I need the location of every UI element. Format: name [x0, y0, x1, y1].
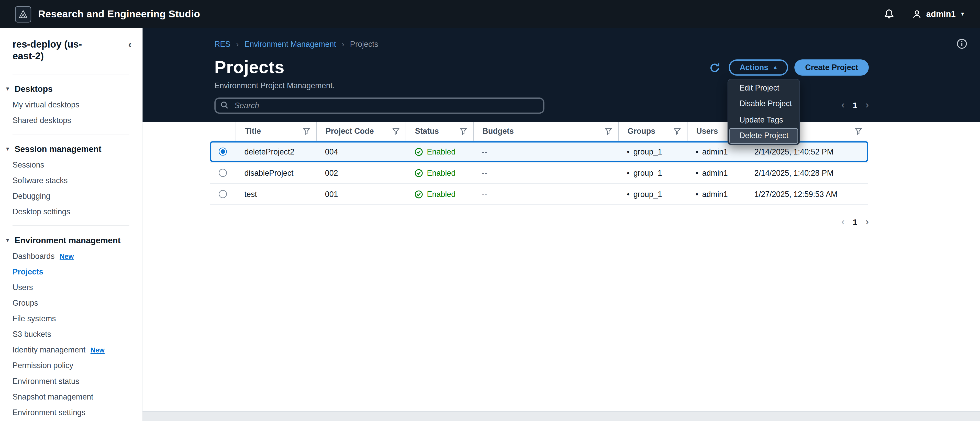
sidebar-item-projects[interactable]: Projects: [0, 264, 142, 280]
caret-down-icon: ▼: [960, 11, 965, 17]
pagination-page-number[interactable]: 1: [853, 217, 858, 226]
res-logo-icon: [15, 6, 32, 22]
status-label: Enabled: [427, 169, 455, 177]
cell-status: Enabled: [406, 190, 473, 198]
table-row[interactable]: disableProject002Enabled--•group_1•admin…: [210, 163, 868, 183]
cell-users-value: admin1: [702, 147, 728, 156]
breadcrumb-separator-icon: ›: [342, 39, 344, 49]
cell-status: Enabled: [406, 169, 473, 177]
filter-icon[interactable]: [393, 128, 399, 135]
sidebar-item-sessions[interactable]: Sessions: [0, 157, 142, 173]
sidebar-item-debugging[interactable]: Debugging: [0, 188, 142, 204]
sidebar-item-identity-management[interactable]: Identity managementNew: [0, 343, 142, 358]
sidebar-section-desktops[interactable]: ▼Desktops: [0, 79, 142, 97]
sidebar-item-label: Permission policy: [13, 361, 73, 371]
filter-icon[interactable]: [605, 128, 612, 135]
sidebar-section-session-management[interactable]: ▼Session management: [0, 139, 142, 157]
breadcrumb-res[interactable]: RES: [214, 40, 231, 48]
collapse-sidebar-icon[interactable]: ‹: [128, 39, 132, 50]
create-project-button[interactable]: Create Project: [795, 59, 869, 76]
cell-groups-value: group_1: [633, 190, 662, 198]
row-radio[interactable]: [219, 169, 227, 177]
menu-item-delete-project[interactable]: Delete Project: [729, 128, 798, 144]
status-enabled-icon: [414, 190, 423, 198]
column-header-title[interactable]: Title: [235, 122, 316, 141]
status-enabled-icon: [414, 147, 423, 156]
cell-created-on-value: 2/14/2025, 1:40:28 PM: [754, 169, 834, 177]
bottom-scrollbar-track[interactable]: [142, 411, 980, 421]
section-caret-down-icon: ▼: [5, 146, 11, 152]
column-header-budgets[interactable]: Budgets: [473, 122, 618, 141]
pagination-next-icon[interactable]: ›: [865, 100, 869, 110]
column-header-label: Users: [696, 127, 718, 136]
cell-title-value: test: [245, 190, 257, 198]
sidebar-item-label: Sessions: [13, 160, 44, 170]
menu-item-edit-project[interactable]: Edit Project: [728, 80, 799, 96]
actions-button[interactable]: Actions ▲: [729, 59, 788, 76]
pagination-page-number[interactable]: 1: [853, 100, 858, 110]
row-radio[interactable]: [219, 190, 227, 198]
filter-icon[interactable]: [674, 128, 681, 135]
column-header-status[interactable]: Status: [406, 122, 473, 141]
refresh-icon[interactable]: [706, 59, 723, 76]
sidebar-item-desktop-settings[interactable]: Desktop settings: [0, 204, 142, 220]
sidebar-item-environment-settings[interactable]: Environment settings: [0, 405, 142, 421]
sidebar-item-file-systems[interactable]: File systems: [0, 311, 142, 327]
column-header-groups[interactable]: Groups: [618, 122, 687, 141]
cell-created-on-value: 2/14/2025, 1:40:52 PM: [754, 147, 834, 156]
filter-icon[interactable]: [460, 128, 467, 135]
cell-budgets: --: [473, 147, 618, 156]
search-input[interactable]: [214, 97, 544, 114]
row-radio[interactable]: [219, 148, 227, 156]
pagination-next-icon[interactable]: ›: [865, 217, 869, 227]
actions-button-label: Actions: [740, 63, 768, 72]
cell-title: test: [235, 190, 316, 198]
filter-icon[interactable]: [303, 128, 310, 135]
sidebar-nav: ▼DesktopsMy virtual desktopsShared deskt…: [0, 79, 142, 421]
sidebar-item-software-stacks[interactable]: Software stacks: [0, 173, 142, 188]
sidebar-item-groups[interactable]: Groups: [0, 295, 142, 311]
pagination-prev-icon[interactable]: ‹: [842, 100, 845, 110]
search-box: [214, 97, 544, 114]
sidebar-item-snapshot-management[interactable]: Snapshot management: [0, 389, 142, 405]
sidebar-item-label: Software stacks: [13, 176, 68, 186]
sidebar-section-environment-management[interactable]: ▼Environment management: [0, 230, 142, 249]
menu-item-disable-project[interactable]: Disable Project: [728, 96, 799, 112]
sidebar-item-permission-policy[interactable]: Permission policy: [0, 358, 142, 374]
sidebar-item-environment-status[interactable]: Environment status: [0, 374, 142, 389]
bullet-icon: •: [627, 147, 630, 156]
top-pagination: ‹ 1 ›: [842, 100, 869, 110]
cell-selection: [210, 148, 235, 156]
sidebar-item-s3-buckets[interactable]: S3 buckets: [0, 327, 142, 343]
top-navigation: Research and Engineering Studio admin1 ▼: [0, 0, 980, 28]
info-icon[interactable]: [954, 35, 970, 52]
sidebar-item-shared-desktops[interactable]: Shared desktops: [0, 113, 142, 129]
table-row[interactable]: test001Enabled--•group_1•admin11/27/2025…: [210, 184, 868, 205]
notifications-bell-icon[interactable]: [884, 9, 894, 19]
deployment-title: res-deploy (us-east-2): [13, 38, 99, 62]
new-badge: New: [91, 346, 105, 354]
filter-icon[interactable]: [855, 128, 862, 135]
app-window: Research and Engineering Studio admin1 ▼…: [0, 0, 980, 421]
create-project-label: Create Project: [805, 63, 858, 72]
table-toolbar: Actions ▲ Create Project: [706, 59, 869, 76]
cell-groups: •group_1: [618, 147, 687, 156]
sidebar-item-dashboards[interactable]: DashboardsNew: [0, 249, 142, 264]
column-header-project-code[interactable]: Project Code: [317, 122, 406, 141]
sidebar-item-users[interactable]: Users: [0, 280, 142, 295]
cell-users: •admin1: [687, 169, 746, 177]
status-enabled-icon: [414, 169, 423, 177]
bottom-pagination: ‹ 1 ›: [842, 217, 869, 227]
side-navigation: res-deploy (us-east-2) ‹ ▼DesktopsMy vir…: [0, 28, 142, 421]
breadcrumb-environment-management[interactable]: Environment Management: [245, 40, 336, 48]
user-menu[interactable]: admin1 ▼: [912, 9, 965, 19]
cell-title-value: deleteProject2: [245, 147, 294, 156]
column-header-selection: [210, 122, 235, 141]
menu-item-update-tags[interactable]: Update Tags: [728, 112, 799, 128]
sidebar-item-my-virtual-desktops[interactable]: My virtual desktops: [0, 97, 142, 113]
cell-budgets-value: --: [482, 190, 487, 198]
cell-budgets: --: [473, 169, 618, 177]
cell-project-code: 001: [317, 190, 406, 198]
pagination-prev-icon[interactable]: ‹: [842, 217, 845, 227]
cell-title: deleteProject2: [235, 147, 316, 156]
